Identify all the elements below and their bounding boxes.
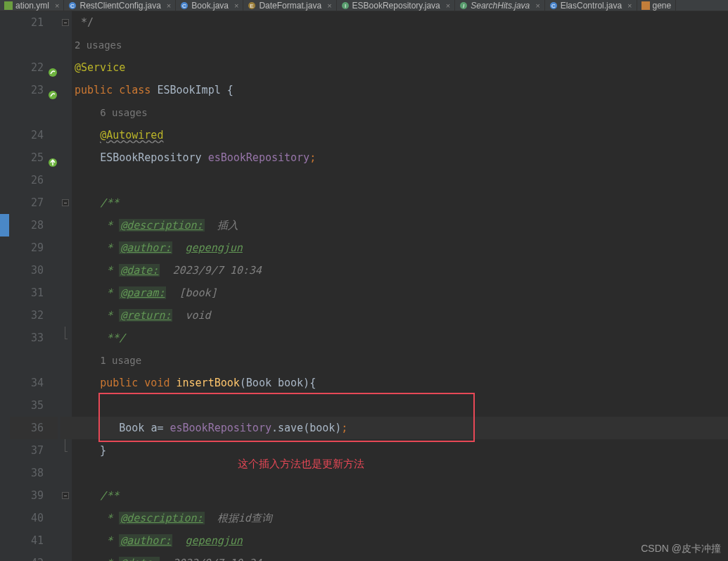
line-number[interactable] <box>10 101 58 124</box>
code-token <box>75 489 100 502</box>
code-token: * <box>75 512 119 524</box>
code-line[interactable]: * @author: gepengjun <box>72 237 728 259</box>
code-token: @author: <box>119 241 172 254</box>
code-token: @Autowired <box>100 129 163 141</box>
line-number[interactable]: 29 <box>10 237 58 259</box>
line-number[interactable]: 31 <box>10 282 58 304</box>
line-number[interactable]: 28 <box>10 214 58 237</box>
code-line[interactable] <box>72 394 728 417</box>
code-line[interactable]: **/ <box>72 327 728 349</box>
editor-tab[interactable]: gene <box>637 0 677 11</box>
tab-close-icon[interactable]: × <box>327 1 331 10</box>
code-line[interactable]: * @description: 插入 <box>72 214 728 237</box>
line-number[interactable]: 23 <box>10 79 58 101</box>
line-number[interactable]: 36 <box>10 417 58 439</box>
code-line[interactable]: 2 usages <box>72 34 728 56</box>
fold-cell <box>60 439 72 462</box>
code-line[interactable]: @Autowired <box>72 124 728 146</box>
code-line[interactable]: * @author: gepengjun <box>72 529 728 552</box>
green-spring-arrow-icon[interactable] <box>48 85 58 95</box>
fold-cell <box>60 507 72 529</box>
code-line[interactable]: * @date: 2023/9/7 10:34 <box>72 259 728 282</box>
line-number[interactable]: 40 <box>10 507 58 529</box>
line-number[interactable]: 26 <box>10 169 58 191</box>
code-line[interactable]: } <box>72 439 728 462</box>
fold-collapse-icon[interactable] <box>62 492 69 499</box>
fold-cell <box>60 372 72 394</box>
line-number[interactable] <box>10 349 58 372</box>
tab-close-icon[interactable]: × <box>234 1 238 10</box>
fold-collapse-icon[interactable] <box>62 199 69 206</box>
editor-tab[interactable]: ation.yml× <box>0 0 64 11</box>
fold-cell <box>60 417 72 439</box>
svg-text:C: C <box>182 3 186 9</box>
line-number[interactable]: 24 <box>10 124 58 146</box>
line-number[interactable]: 33 <box>10 327 58 349</box>
code-token: Book <box>246 377 272 389</box>
editor-tab[interactable]: CElasControl.java× <box>545 0 637 11</box>
code-line[interactable]: @Service <box>72 56 728 79</box>
line-number[interactable]: 42 <box>10 552 58 561</box>
code-token <box>202 151 208 164</box>
code-editor[interactable]: 2122232425262728293031323334353637383940… <box>0 11 728 561</box>
code-line[interactable]: * @description: 根据id查询 <box>72 507 728 529</box>
code-token: 2 usages <box>75 39 122 51</box>
code-line[interactable] <box>72 169 728 191</box>
code-token: = <box>157 422 170 434</box>
code-line[interactable]: 6 usages <box>72 101 728 124</box>
line-number[interactable]: 22 <box>10 56 58 79</box>
code-line[interactable]: * @date: 2023/9/7 10:34 <box>72 552 728 561</box>
code-token: Book <box>119 422 144 434</box>
fold-collapse-icon[interactable] <box>62 19 69 26</box>
code-token: @description: <box>119 512 204 524</box>
line-number[interactable]: 25 <box>10 146 58 169</box>
code-line[interactable]: public void insertBook(Book book){ <box>72 372 728 394</box>
code-line[interactable]: */ <box>72 11 728 34</box>
line-number[interactable]: 37 <box>10 439 58 462</box>
code-line[interactable]: Book a= esBookRepository.save(book); <box>72 417 728 439</box>
code-token <box>166 286 179 299</box>
editor-tab[interactable]: IESBookRepository.java× <box>337 0 456 11</box>
fold-cell <box>60 79 72 101</box>
code-line[interactable]: /** <box>72 484 728 507</box>
line-number[interactable]: 39 <box>10 484 58 507</box>
line-number[interactable]: 27 <box>10 191 58 214</box>
tab-close-icon[interactable]: × <box>535 1 539 10</box>
line-number[interactable]: 30 <box>10 259 58 282</box>
code-area[interactable]: */2 usages@Servicepublic class ESBookImp… <box>72 11 728 561</box>
code-line[interactable]: * @return: void <box>72 304 728 327</box>
code-line[interactable]: 1 usage <box>72 349 728 372</box>
fold-column[interactable] <box>60 11 72 561</box>
tab-close-icon[interactable]: × <box>627 1 632 10</box>
green-spring-icon[interactable] <box>48 63 58 73</box>
line-number[interactable]: 35 <box>10 394 58 417</box>
line-number[interactable]: 21 <box>10 11 58 34</box>
editor-tab[interactable]: CRestClientConfig.java× <box>64 0 176 11</box>
editor-tab[interactable]: ISearchHits.java× <box>455 0 544 11</box>
line-number[interactable]: 38 <box>10 462 58 484</box>
code-line[interactable]: * @param: [book] <box>72 282 728 304</box>
tab-label: ESBookRepository.java <box>352 1 440 11</box>
code-line[interactable]: ESBookRepository esBookRepository; <box>72 146 728 169</box>
code-token: { <box>221 84 234 96</box>
line-number[interactable]: 34 <box>10 372 58 394</box>
code-token: save <box>278 422 303 434</box>
line-number-gutter[interactable]: 2122232425262728293031323334353637383940… <box>10 11 60 561</box>
line-number[interactable] <box>10 34 58 56</box>
editor-tab[interactable]: CBook.java× <box>176 0 243 11</box>
tab-close-icon[interactable]: × <box>167 1 171 10</box>
code-token <box>205 512 217 524</box>
code-token: 6 usages <box>100 107 147 118</box>
line-number[interactable]: 32 <box>10 304 58 327</box>
green-spring-up-icon[interactable] <box>48 153 58 163</box>
tab-close-icon[interactable]: × <box>55 1 59 10</box>
code-token: gepengjun <box>186 241 243 254</box>
line-number[interactable]: 41 <box>10 529 58 552</box>
code-token: * <box>75 557 119 561</box>
tab-close-icon[interactable]: × <box>446 1 450 10</box>
code-line[interactable] <box>72 462 728 484</box>
editor-tab[interactable]: EDateFormat.java× <box>243 0 336 11</box>
code-token: void <box>186 309 211 322</box>
code-line[interactable]: /** <box>72 191 728 214</box>
code-line[interactable]: public class ESBookImpl { <box>72 79 728 101</box>
